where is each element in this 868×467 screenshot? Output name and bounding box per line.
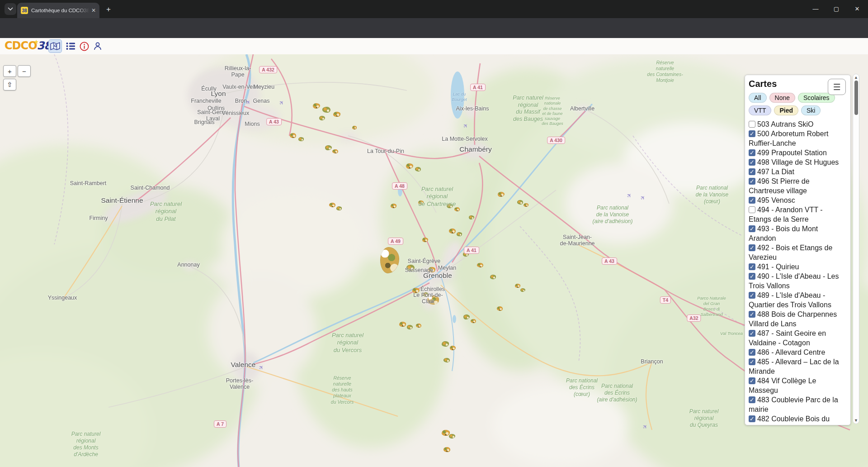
scroll-up-icon[interactable]: ▲ [853,75,859,80]
map-list-item[interactable]: 498 Village de St Hugues [749,157,847,167]
browser-tab[interactable]: 38 Cartothèque du CDCO38 - Cart ✕ [17,3,99,18]
orienteering-map-patch[interactable] [407,325,413,329]
window-close-button[interactable]: ✕ [847,0,868,17]
map-list-item[interactable]: 488 Bois de Charpennes Villard de Lans [749,310,847,329]
map-tab-button[interactable] [49,40,61,52]
zoom-out-button[interactable]: − [18,65,31,77]
orienteering-map-patch[interactable] [391,204,396,208]
orienteering-map-patch[interactable] [498,192,505,197]
orienteering-map-patch[interactable] [497,306,503,311]
orienteering-map-patch[interactable] [520,288,525,292]
orienteering-map-patch[interactable] [517,200,523,205]
checkbox-checked[interactable] [749,292,755,299]
orienteering-map-patch[interactable] [477,263,483,267]
orienteering-map-patch[interactable] [399,322,406,327]
orienteering-map-patch[interactable] [471,319,476,323]
map-list-item[interactable]: 491 - Quirieu [749,262,847,272]
orienteering-map-patch[interactable] [319,116,325,120]
checkbox-checked[interactable] [749,330,755,337]
zoom-in-button[interactable]: + [3,65,16,77]
checkbox-unchecked[interactable] [749,121,755,128]
map-canvas[interactable]: LyonSaint-ÉtienneGrenobleValenceChambéry… [0,54,868,467]
checkbox-checked[interactable] [749,197,755,204]
map-list-item[interactable]: 493 - Bois du Mont Arandon [749,224,847,243]
scroll-down-icon[interactable]: ▼ [853,418,859,423]
checkbox-checked[interactable] [749,225,755,232]
filter-chip-all[interactable]: All [749,93,767,103]
window-minimize-button[interactable]: — [805,0,826,17]
checkbox-checked[interactable] [749,168,755,175]
map-list-item[interactable]: 500 Arboretum Robert Ruffier-Lanche [749,129,847,148]
filter-chip-ski[interactable]: Ski [801,105,821,115]
reset-view-button[interactable]: ⇧ [3,79,16,91]
orienteering-map-patch[interactable] [490,275,496,279]
checkbox-checked[interactable] [749,130,755,137]
filter-chip-pied[interactable]: Pied [774,105,798,115]
map-list-item[interactable]: 487 - Saint Geoire en Valdaine - Cotagon [749,329,847,348]
map-list-item[interactable]: 485 - Allevard – Lac de la Mirande [749,357,847,376]
map-list-item[interactable]: 494 - Arandon VTT - Etangs de la Serre [749,205,847,224]
checkbox-checked[interactable] [749,273,755,280]
map-list-item[interactable]: 489 - L'Isle d'Abeau - Quartier des Troi… [749,291,847,310]
account-button[interactable] [91,40,104,52]
map-list-item[interactable]: 497 La Diat [749,167,847,176]
checkbox-unchecked[interactable] [749,206,755,213]
checkbox-checked[interactable] [749,377,755,384]
map-list-item[interactable]: 496 St Pierre de Chartreuse village [749,176,847,195]
orienteering-map-patch[interactable] [415,167,421,172]
orienteering-map-patch[interactable] [322,107,330,113]
orienteering-map-patch[interactable] [469,215,474,219]
orienteering-map-patch[interactable] [524,203,528,207]
cdco38-logo[interactable]: CDCO★38 [5,39,51,52]
map-list-item[interactable]: 492 - Bois et Etangs de Varezieu [749,243,847,262]
map-list-item[interactable]: 499 Prapoutel Station [749,148,847,157]
map-list-item[interactable]: 484 Vif Collège Le Massegu [749,376,847,395]
map-list-item[interactable]: 482 Coublevie Bois du Roux [749,414,847,425]
checkbox-checked[interactable] [749,159,755,166]
map-list-item[interactable]: 495 Venosc [749,195,847,205]
orienteering-map-patch[interactable] [454,207,460,211]
orienteering-map-patch[interactable] [449,229,456,234]
orienteering-map-patch[interactable] [443,447,450,452]
checkbox-checked[interactable] [749,311,755,318]
checkbox-checked[interactable] [749,263,755,270]
orienteering-map-patch[interactable] [416,324,421,328]
orienteering-map-patch[interactable] [332,149,338,153]
map-list-item[interactable]: 483 Coublevie Parc de la mairie [749,395,847,414]
scrollbar-thumb[interactable] [854,81,858,115]
orienteering-map-patch[interactable] [515,284,520,288]
orienteering-map-patch[interactable] [290,133,296,138]
checkbox-checked[interactable] [749,396,755,403]
orienteering-map-patch[interactable] [442,430,450,436]
window-maximize-button[interactable]: ▢ [826,0,847,17]
map-list-item[interactable]: 503 Autrans SkiO [749,119,847,129]
orienteering-map-patch[interactable] [457,232,462,236]
checkbox-checked[interactable] [749,349,755,356]
info-tab-button[interactable] [78,40,90,52]
orienteering-map-patch[interactable] [443,358,450,362]
orienteering-map-patch[interactable] [329,203,335,207]
map-list-item[interactable]: 490 - L'Isle d'Abeau - Les Trois Vallons [749,272,847,291]
orienteering-map-patch[interactable] [422,238,428,242]
orienteering-map-patch[interactable] [325,145,332,150]
checkbox-checked[interactable] [749,178,755,185]
new-tab-button[interactable]: + [106,5,111,13]
checkbox-checked[interactable] [749,415,755,422]
orienteering-map-patch[interactable] [352,126,357,129]
filter-chip-none[interactable]: None [769,93,795,103]
checkbox-checked[interactable] [749,149,755,156]
panel-menu-button[interactable]: ☰ [828,79,846,95]
orienteering-map-patch[interactable] [450,346,456,350]
orienteering-map-patch[interactable] [298,137,304,141]
orienteering-map-patch[interactable] [333,112,340,117]
tab-search-button[interactable] [5,3,16,15]
orienteering-map-patch[interactable] [336,206,342,210]
orienteering-map-patch[interactable] [442,341,449,347]
filter-chip-vtt[interactable]: VTT [749,105,771,115]
map-list-item[interactable]: 486 - Allevard Centre [749,348,847,357]
list-tab-button[interactable] [64,40,77,52]
tab-close-icon[interactable]: ✕ [91,7,96,14]
panel-scrollbar[interactable]: ▲ ▼ [853,74,859,424]
checkbox-checked[interactable] [749,244,755,251]
orienteering-map-patch[interactable] [463,315,470,319]
